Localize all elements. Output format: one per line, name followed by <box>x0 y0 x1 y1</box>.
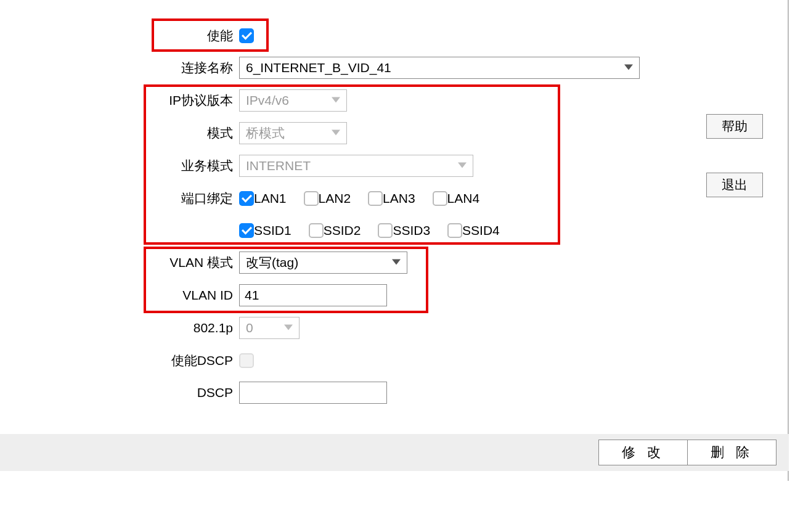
chevron-down-icon <box>284 325 293 330</box>
dscp-input[interactable] <box>239 382 387 404</box>
mode-label: 模式 <box>0 125 239 142</box>
chevron-down-icon <box>332 130 340 136</box>
ssid1-label: SSID1 <box>254 223 292 238</box>
conn-name-label: 连接名称 <box>0 59 239 76</box>
p8021-select: 0 <box>239 317 300 339</box>
ip-proto-select: IPv4/v6 <box>239 89 347 112</box>
service-mode-value: INTERNET <box>246 158 311 173</box>
mode-select: 桥模式 <box>239 122 347 144</box>
enable-label: 使能 <box>0 27 239 44</box>
vlan-mode-value: 改写(tag) <box>246 254 298 271</box>
exit-button[interactable]: 退出 <box>706 173 763 197</box>
chevron-down-icon <box>624 65 633 70</box>
modify-button[interactable]: 修 改 <box>598 440 688 465</box>
vlan-mode-label: VLAN 模式 <box>0 254 239 271</box>
lan1-label: LAN1 <box>254 191 287 206</box>
ssid4-checkbox[interactable] <box>447 223 462 238</box>
ssid3-checkbox[interactable] <box>378 223 393 238</box>
lan2-label: LAN2 <box>319 191 351 206</box>
p8021-label: 802.1p <box>0 321 239 335</box>
ip-proto-value: IPv4/v6 <box>246 93 289 108</box>
ssid2-label: SSID2 <box>324 223 361 238</box>
chevron-down-icon <box>458 163 467 168</box>
dscp-label: DSCP <box>0 385 239 400</box>
vlan-id-input[interactable] <box>239 284 387 306</box>
p8021-value: 0 <box>246 321 253 335</box>
chevron-down-icon <box>332 97 340 103</box>
help-button[interactable]: 帮助 <box>706 114 763 139</box>
ssid4-label: SSID4 <box>462 223 500 238</box>
conn-name-select[interactable]: 6_INTERNET_B_VID_41 <box>239 57 640 79</box>
lan3-label: LAN3 <box>383 191 415 206</box>
lan4-checkbox[interactable] <box>433 191 447 206</box>
bottom-toolbar: 修 改 删 除 <box>0 434 789 471</box>
lan2-checkbox[interactable] <box>304 191 319 206</box>
ip-proto-label: IP协议版本 <box>0 92 239 109</box>
vlan-id-label: VLAN ID <box>0 288 239 303</box>
vlan-mode-select[interactable]: 改写(tag) <box>239 252 407 274</box>
port-bind-label: 端口绑定 <box>0 190 239 207</box>
enable-checkbox[interactable] <box>239 28 254 43</box>
delete-button[interactable]: 删 除 <box>687 440 777 465</box>
mode-value: 桥模式 <box>246 125 285 142</box>
ssid2-checkbox[interactable] <box>309 223 324 238</box>
lan1-checkbox[interactable] <box>239 191 254 206</box>
conn-name-value: 6_INTERNET_B_VID_41 <box>246 60 391 75</box>
enable-dscp-checkbox <box>239 353 254 368</box>
ssid3-label: SSID3 <box>393 223 430 238</box>
chevron-down-icon <box>392 260 401 265</box>
lan4-label: LAN4 <box>447 191 480 206</box>
service-mode-label: 业务模式 <box>0 157 239 174</box>
enable-dscp-label: 使能DSCP <box>0 352 239 369</box>
ssid1-checkbox[interactable] <box>239 223 254 238</box>
service-mode-select: INTERNET <box>239 155 473 177</box>
lan3-checkbox[interactable] <box>368 191 383 206</box>
